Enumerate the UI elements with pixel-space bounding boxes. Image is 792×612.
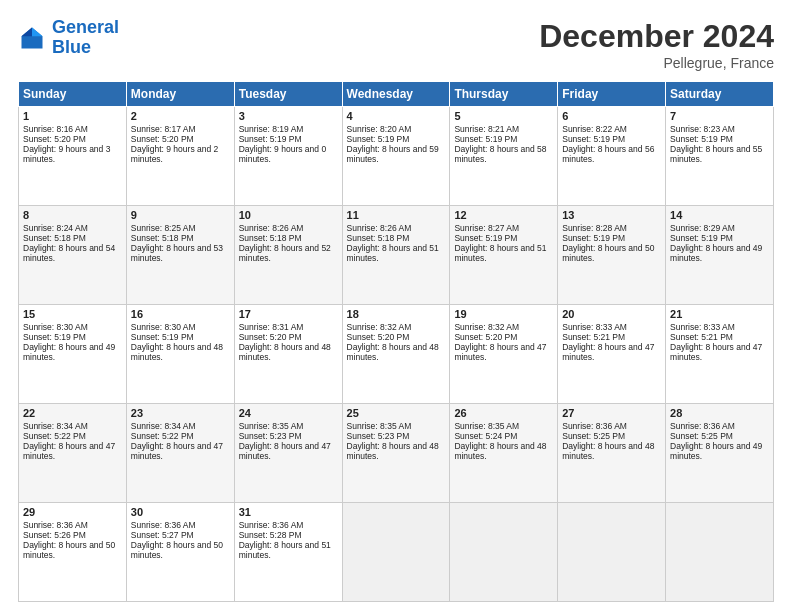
daylight-text: Daylight: 8 hours and 47 minutes. (454, 342, 546, 362)
day-number: 26 (454, 407, 553, 419)
sunrise-text: Sunrise: 8:25 AM (131, 223, 196, 233)
day-number: 30 (131, 506, 230, 518)
daylight-text: Daylight: 8 hours and 51 minutes. (454, 243, 546, 263)
daylight-text: Daylight: 8 hours and 48 minutes. (562, 441, 654, 461)
day-number: 13 (562, 209, 661, 221)
sunset-text: Sunset: 5:20 PM (239, 332, 302, 342)
day-number: 25 (347, 407, 446, 419)
calendar-cell: 2Sunrise: 8:17 AMSunset: 5:20 PMDaylight… (126, 107, 234, 206)
daylight-text: Daylight: 8 hours and 48 minutes. (347, 342, 439, 362)
week-row-4: 29Sunrise: 8:36 AMSunset: 5:26 PMDayligh… (19, 503, 774, 602)
sunrise-text: Sunrise: 8:36 AM (562, 421, 627, 431)
day-number: 6 (562, 110, 661, 122)
daylight-text: Daylight: 8 hours and 48 minutes. (131, 342, 223, 362)
calendar-cell: 30Sunrise: 8:36 AMSunset: 5:27 PMDayligh… (126, 503, 234, 602)
day-number: 14 (670, 209, 769, 221)
sunset-text: Sunset: 5:19 PM (562, 134, 625, 144)
sunrise-text: Sunrise: 8:36 AM (23, 520, 88, 530)
day-number: 29 (23, 506, 122, 518)
calendar-cell: 17Sunrise: 8:31 AMSunset: 5:20 PMDayligh… (234, 305, 342, 404)
col-header-thursday: Thursday (450, 82, 558, 107)
daylight-text: Daylight: 8 hours and 47 minutes. (562, 342, 654, 362)
sunrise-text: Sunrise: 8:30 AM (131, 322, 196, 332)
daylight-text: Daylight: 8 hours and 48 minutes. (347, 441, 439, 461)
calendar-cell: 24Sunrise: 8:35 AMSunset: 5:23 PMDayligh… (234, 404, 342, 503)
day-number: 10 (239, 209, 338, 221)
page: General Blue December 2024 Pellegrue, Fr… (0, 0, 792, 612)
day-number: 11 (347, 209, 446, 221)
day-number: 20 (562, 308, 661, 320)
daylight-text: Daylight: 8 hours and 49 minutes. (670, 441, 762, 461)
logo-icon (18, 24, 46, 52)
calendar-cell (666, 503, 774, 602)
logo-text: General Blue (52, 18, 119, 58)
calendar-cell: 12Sunrise: 8:27 AMSunset: 5:19 PMDayligh… (450, 206, 558, 305)
col-header-tuesday: Tuesday (234, 82, 342, 107)
calendar-cell: 9Sunrise: 8:25 AMSunset: 5:18 PMDaylight… (126, 206, 234, 305)
calendar-cell: 1Sunrise: 8:16 AMSunset: 5:20 PMDaylight… (19, 107, 127, 206)
sunset-text: Sunset: 5:23 PM (347, 431, 410, 441)
day-number: 3 (239, 110, 338, 122)
daylight-text: Daylight: 8 hours and 50 minutes. (562, 243, 654, 263)
calendar-cell: 16Sunrise: 8:30 AMSunset: 5:19 PMDayligh… (126, 305, 234, 404)
daylight-text: Daylight: 8 hours and 47 minutes. (239, 441, 331, 461)
day-number: 1 (23, 110, 122, 122)
sunset-text: Sunset: 5:19 PM (670, 134, 733, 144)
sunset-text: Sunset: 5:18 PM (131, 233, 194, 243)
day-number: 8 (23, 209, 122, 221)
calendar-cell: 11Sunrise: 8:26 AMSunset: 5:18 PMDayligh… (342, 206, 450, 305)
calendar-cell: 21Sunrise: 8:33 AMSunset: 5:21 PMDayligh… (666, 305, 774, 404)
daylight-text: Daylight: 8 hours and 51 minutes. (347, 243, 439, 263)
calendar-cell: 14Sunrise: 8:29 AMSunset: 5:19 PMDayligh… (666, 206, 774, 305)
sunrise-text: Sunrise: 8:22 AM (562, 124, 627, 134)
sunrise-text: Sunrise: 8:33 AM (562, 322, 627, 332)
calendar-title: December 2024 (539, 18, 774, 55)
daylight-text: Daylight: 8 hours and 50 minutes. (131, 540, 223, 560)
sunrise-text: Sunrise: 8:16 AM (23, 124, 88, 134)
sunrise-text: Sunrise: 8:32 AM (454, 322, 519, 332)
calendar-cell: 20Sunrise: 8:33 AMSunset: 5:21 PMDayligh… (558, 305, 666, 404)
day-number: 2 (131, 110, 230, 122)
calendar-cell: 15Sunrise: 8:30 AMSunset: 5:19 PMDayligh… (19, 305, 127, 404)
sunset-text: Sunset: 5:20 PM (131, 134, 194, 144)
header: General Blue December 2024 Pellegrue, Fr… (18, 18, 774, 71)
sunset-text: Sunset: 5:21 PM (670, 332, 733, 342)
calendar-cell: 18Sunrise: 8:32 AMSunset: 5:20 PMDayligh… (342, 305, 450, 404)
daylight-text: Daylight: 8 hours and 50 minutes. (23, 540, 115, 560)
sunset-text: Sunset: 5:18 PM (239, 233, 302, 243)
calendar-cell: 28Sunrise: 8:36 AMSunset: 5:25 PMDayligh… (666, 404, 774, 503)
calendar-cell: 29Sunrise: 8:36 AMSunset: 5:26 PMDayligh… (19, 503, 127, 602)
sunset-text: Sunset: 5:23 PM (239, 431, 302, 441)
header-row: SundayMondayTuesdayWednesdayThursdayFrid… (19, 82, 774, 107)
sunset-text: Sunset: 5:19 PM (23, 332, 86, 342)
sunrise-text: Sunrise: 8:36 AM (239, 520, 304, 530)
calendar-table: SundayMondayTuesdayWednesdayThursdayFrid… (18, 81, 774, 602)
col-header-monday: Monday (126, 82, 234, 107)
calendar-cell (450, 503, 558, 602)
calendar-cell: 7Sunrise: 8:23 AMSunset: 5:19 PMDaylight… (666, 107, 774, 206)
daylight-text: Daylight: 8 hours and 58 minutes. (454, 144, 546, 164)
col-header-friday: Friday (558, 82, 666, 107)
sunset-text: Sunset: 5:18 PM (23, 233, 86, 243)
sunset-text: Sunset: 5:22 PM (23, 431, 86, 441)
sunset-text: Sunset: 5:24 PM (454, 431, 517, 441)
sunrise-text: Sunrise: 8:28 AM (562, 223, 627, 233)
daylight-text: Daylight: 8 hours and 52 minutes. (239, 243, 331, 263)
day-number: 28 (670, 407, 769, 419)
calendar-cell: 23Sunrise: 8:34 AMSunset: 5:22 PMDayligh… (126, 404, 234, 503)
svg-marker-2 (22, 27, 33, 36)
sunrise-text: Sunrise: 8:36 AM (131, 520, 196, 530)
sunset-text: Sunset: 5:26 PM (23, 530, 86, 540)
daylight-text: Daylight: 8 hours and 59 minutes. (347, 144, 439, 164)
calendar-cell: 5Sunrise: 8:21 AMSunset: 5:19 PMDaylight… (450, 107, 558, 206)
sunset-text: Sunset: 5:19 PM (347, 134, 410, 144)
day-number: 9 (131, 209, 230, 221)
sunrise-text: Sunrise: 8:27 AM (454, 223, 519, 233)
daylight-text: Daylight: 8 hours and 48 minutes. (454, 441, 546, 461)
calendar-cell: 25Sunrise: 8:35 AMSunset: 5:23 PMDayligh… (342, 404, 450, 503)
sunrise-text: Sunrise: 8:17 AM (131, 124, 196, 134)
sunset-text: Sunset: 5:18 PM (347, 233, 410, 243)
day-number: 12 (454, 209, 553, 221)
daylight-text: Daylight: 8 hours and 47 minutes. (131, 441, 223, 461)
calendar-cell: 3Sunrise: 8:19 AMSunset: 5:19 PMDaylight… (234, 107, 342, 206)
